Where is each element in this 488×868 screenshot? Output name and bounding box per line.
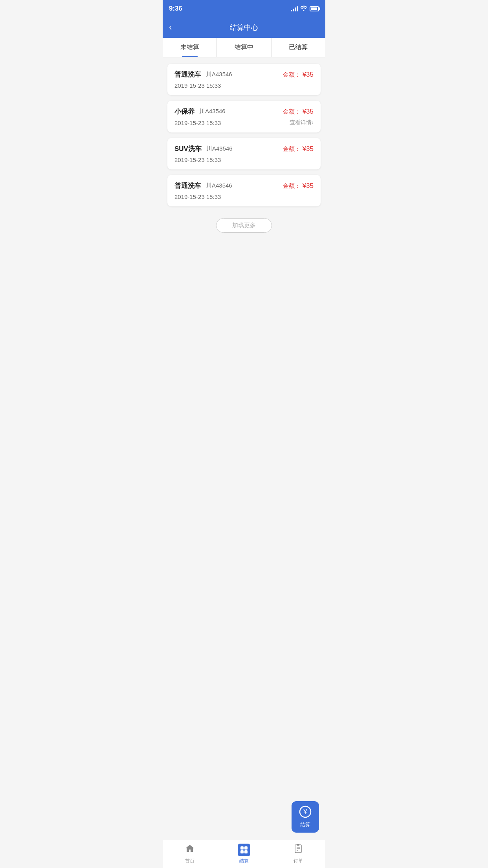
order-card-2: 小保养 川A43546 金额： ¥35 2019-15-23 15:33 查看详… (167, 101, 321, 132)
order-card-3: SUV洗车 川A43546 金额： ¥35 2019-15-23 15:33 (167, 138, 321, 169)
tab-settled[interactable]: 已结算 (272, 38, 325, 57)
date-1: 2019-15-23 15:33 (174, 82, 221, 89)
tab-bar: 未结算 结算中 已结算 (163, 38, 325, 57)
order-card-1: 普通洗车 川A43546 金额： ¥35 2019-15-23 15:33 (167, 64, 321, 95)
amount-1: 金额： ¥35 (283, 71, 314, 79)
load-more-area: 加载更多 (167, 212, 321, 236)
view-detail-2[interactable]: 查看详情› (290, 119, 314, 126)
content-area: 普通洗车 川A43546 金额： ¥35 2019-15-23 15:33 小保… (163, 57, 325, 254)
service-name-4: 普通洗车 (174, 181, 201, 190)
amount-4: 金额： ¥35 (283, 182, 314, 190)
status-icons (291, 6, 319, 12)
tab-unsettled[interactable]: 未结算 (163, 38, 217, 57)
tab-settling[interactable]: 结算中 (217, 38, 271, 57)
page-title: 结算中心 (230, 23, 258, 32)
back-button[interactable]: ‹ (169, 22, 172, 33)
plate-2: 川A43546 (199, 108, 226, 115)
date-2: 2019-15-23 15:33 (174, 120, 221, 126)
service-name-1: 普通洗车 (174, 70, 201, 79)
wifi-icon (300, 6, 307, 12)
status-time: 9:36 (169, 5, 182, 13)
signal-icon (291, 6, 298, 11)
header: ‹ 结算中心 (163, 17, 325, 38)
plate-4: 川A43546 (206, 182, 232, 189)
plate-1: 川A43546 (206, 71, 232, 78)
service-name-2: 小保养 (174, 107, 194, 116)
amount-3: 金额： ¥35 (283, 145, 314, 153)
load-more-button[interactable]: 加载更多 (216, 218, 272, 233)
status-bar: 9:36 (163, 0, 325, 17)
plate-3: 川A43546 (206, 145, 233, 153)
date-3: 2019-15-23 15:33 (174, 156, 221, 163)
date-4: 2019-15-23 15:33 (174, 193, 221, 200)
order-card-4: 普通洗车 川A43546 金额： ¥35 2019-15-23 15:33 (167, 175, 321, 206)
amount-2: 金额： ¥35 (283, 108, 314, 116)
service-name-3: SUV洗车 (174, 144, 202, 153)
battery-icon (310, 6, 319, 11)
